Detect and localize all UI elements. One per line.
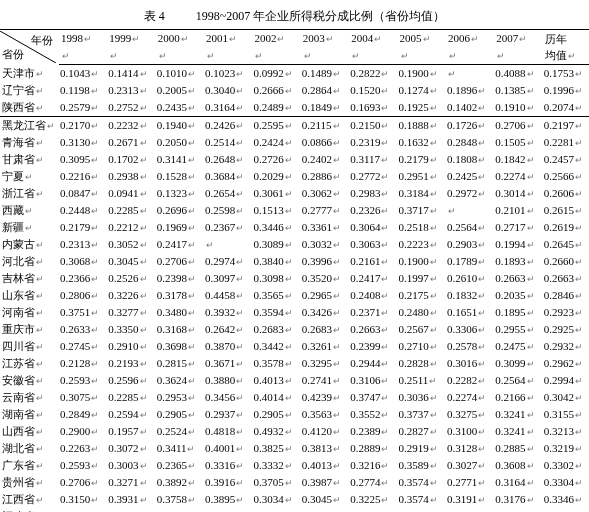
value-cell: 0.3565↵	[252, 287, 300, 304]
value-cell: 0.4014↵	[252, 389, 300, 406]
avg-cell: 0.2645↵	[543, 236, 589, 253]
province-cell: 河南省↵	[0, 304, 59, 321]
avg-cell: 0.3304↵	[543, 474, 589, 491]
table-row: 江苏省↵0.2128↵0.2193↵0.2815↵0.3671↵0.3578↵0…	[0, 355, 589, 372]
value-cell: 0.3045↵	[301, 491, 349, 508]
value-cell: 0.1702↵	[107, 151, 155, 168]
table-row: 浙江省↵0.0847↵0.0941↵0.1323↵0.2654↵0.3061↵0…	[0, 185, 589, 202]
table-number: 表 4	[144, 8, 165, 25]
value-cell: 0.3861↵	[494, 508, 542, 512]
table-row: 四川省↵0.2745↵0.2910↵0.3698↵0.3870↵0.3442↵0…	[0, 338, 589, 355]
value-cell: 0.3880↵	[204, 372, 252, 389]
value-cell: 0.3063↵	[349, 236, 397, 253]
value-cell: 0.1198↵	[59, 82, 107, 99]
value-cell: 0.3128↵	[446, 440, 494, 457]
value-cell: 0.2642↵	[204, 321, 252, 338]
table-row: 天津市↵0.1043↵0.1414↵0.1010↵0.1023↵0.0992↵0…	[0, 65, 589, 83]
value-cell: 0.2903↵	[446, 236, 494, 253]
table-row: 山东省↵0.2806↵0.3226↵0.3178↵0.4458↵0.3565↵0…	[0, 287, 589, 304]
value-cell: 0.1274↵	[398, 82, 446, 99]
value-cell: 0.2161↵	[349, 253, 397, 270]
value-cell: 0.1888↵	[398, 117, 446, 135]
value-cell: 0.2671↵	[107, 134, 155, 151]
value-cell: 0.2955↵	[494, 321, 542, 338]
province-cell: 山西省↵	[0, 423, 59, 440]
value-cell: 0.3191↵	[446, 491, 494, 508]
value-cell: 0.2828↵	[398, 355, 446, 372]
value-cell: 0.3316↵	[204, 457, 252, 474]
value-cell: 0.1513↵	[252, 202, 300, 219]
value-cell: 0.3168↵	[156, 321, 204, 338]
value-cell: 0.3747↵	[349, 389, 397, 406]
table-row: 河北省↵0.3068↵0.3045↵0.2706↵0.2974↵0.3840↵0…	[0, 253, 589, 270]
value-cell: 0.2919↵	[398, 440, 446, 457]
value-cell: 0.0866↵	[301, 134, 349, 151]
value-cell: 0.2223↵	[398, 236, 446, 253]
value-cell: 0.2514↵	[204, 134, 252, 151]
table-row: 江西省↵0.3150↵0.3931↵0.3758↵0.3895↵0.3034↵0…	[0, 491, 589, 508]
value-cell: 0.3418↵	[156, 508, 204, 512]
value-cell: 0.3442↵	[252, 338, 300, 355]
value-cell: 0.2696↵	[156, 202, 204, 219]
value-cell: 0.2593↵	[59, 372, 107, 389]
province-cell: 青海省↵	[0, 134, 59, 151]
value-cell: 0.4818↵	[204, 423, 252, 440]
value-cell: 0.3052↵	[107, 236, 155, 253]
avg-cell: 0.3042↵	[543, 389, 589, 406]
value-cell: 0.1997↵	[398, 270, 446, 287]
value-cell: 0.2389↵	[349, 423, 397, 440]
value-cell: 0.1957↵	[107, 423, 155, 440]
value-cell: 0.1528↵	[156, 168, 204, 185]
value-cell: 0.3106↵	[349, 372, 397, 389]
value-cell: 0.1925↵	[398, 99, 446, 117]
province-cell: 黑龙江省↵	[0, 117, 59, 135]
province-cell: 吉林省↵	[0, 270, 59, 287]
value-cell: 0.2005↵	[156, 82, 204, 99]
value-cell: 0.2648↵	[204, 151, 252, 168]
value-cell: 0.2745↵	[59, 338, 107, 355]
value-cell: 0.2128↵	[59, 355, 107, 372]
avg-cell: 0.2566↵	[543, 168, 589, 185]
value-cell: 0.2593↵	[59, 457, 107, 474]
value-cell: 0.2827↵	[398, 423, 446, 440]
value-cell: 0.2610↵	[446, 270, 494, 287]
corner-year-label: 年份	[31, 32, 53, 48]
value-cell: 0.3698↵	[156, 338, 204, 355]
avg-cell: 0.2074↵	[543, 99, 589, 117]
col-avg-top: 历年	[543, 30, 589, 48]
value-cell: 0.2706↵	[59, 474, 107, 491]
table-caption: 表 4 1998~2007 年企业所得税分成比例（省份均值）	[0, 8, 589, 25]
value-cell: 0.1969↵	[156, 219, 204, 236]
value-cell: 0.2905↵	[252, 406, 300, 423]
table-row: 安徽省↵0.2593↵0.2596↵0.3624↵0.3880↵0.4013↵0…	[0, 372, 589, 389]
value-cell: 0.3164↵	[204, 99, 252, 117]
value-cell: 0.1726↵	[446, 117, 494, 135]
value-cell: 0.3164↵	[494, 474, 542, 491]
value-cell: 0.3072↵	[107, 440, 155, 457]
value-cell: 0.2596↵	[107, 372, 155, 389]
value-cell: 0.3931↵	[107, 491, 155, 508]
value-cell: 0.3632↵	[204, 508, 252, 512]
value-cell: 0.2774↵	[349, 474, 397, 491]
value-cell: 0.3216↵	[349, 457, 397, 474]
avg-cell: 0.2994↵	[543, 372, 589, 389]
value-cell: 0.3100↵	[446, 423, 494, 440]
value-cell: 0.2772↵	[349, 168, 397, 185]
value-cell: 0.3075↵	[59, 389, 107, 406]
value-cell: 0.3184↵	[398, 185, 446, 202]
table-row: 河南省↵0.3751↵0.3277↵0.3480↵0.3932↵0.3594↵0…	[0, 304, 589, 321]
value-cell: 0.3671↵	[204, 355, 252, 372]
table-row: 青海省↵0.3130↵0.2671↵0.2050↵0.2514↵0.2424↵0…	[0, 134, 589, 151]
value-cell: 0.2951↵	[398, 168, 446, 185]
value-cell: 0.2426↵	[204, 117, 252, 135]
value-cell: 0.2425↵	[446, 168, 494, 185]
value-cell: 0.1323↵	[156, 185, 204, 202]
value-cell: 0.2475↵	[494, 338, 542, 355]
value-cell: 0.2741↵	[301, 372, 349, 389]
table-row: 陕西省↵0.2579↵0.2752↵0.2435↵0.3164↵0.2489↵0…	[0, 99, 589, 117]
value-cell: 0.3099↵	[494, 355, 542, 372]
value-cell: 0.3275↵	[446, 406, 494, 423]
table-row: 宁夏↵0.2216↵0.2938↵0.1528↵0.3684↵0.2029↵0.…	[0, 168, 589, 185]
value-cell: 0.2594↵	[107, 406, 155, 423]
table-row: 辽宁省↵0.1198↵0.2313↵0.2005↵0.3040↵0.2666↵0…	[0, 82, 589, 99]
